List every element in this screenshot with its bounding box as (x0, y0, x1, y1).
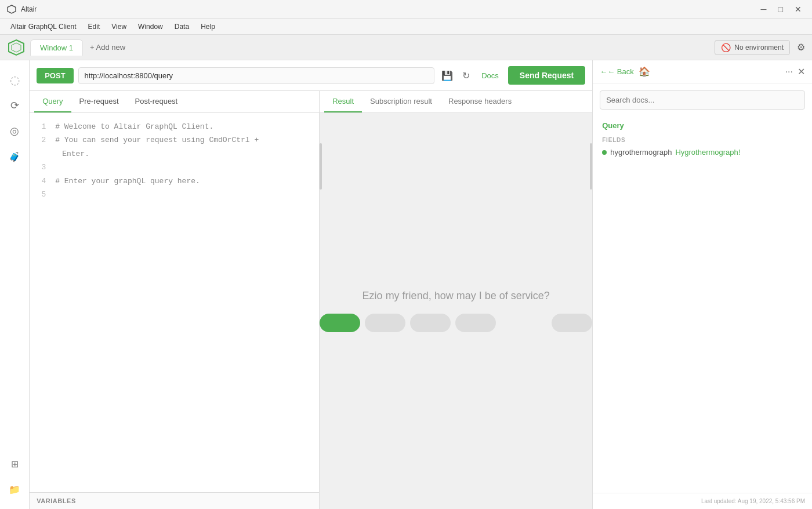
pill-1[interactable] (320, 314, 360, 332)
save-icon: 💾 (441, 71, 453, 81)
code-line-5: 5 (37, 188, 312, 201)
app-title: Altair (21, 5, 37, 13)
menu-edit[interactable]: Edit (82, 20, 106, 33)
code-line-2: 2 # You can send your request using CmdO… (37, 133, 312, 147)
docs-footer: Last updated: Aug 19, 2022, 5:43:56 PM (593, 493, 812, 509)
docs-home-button[interactable]: 🏠 (639, 66, 650, 77)
left-scrollbar (320, 120, 322, 509)
back-icon: ← (600, 67, 607, 76)
field-dot (602, 150, 607, 155)
title-bar: Altair ─ □ ✕ (0, 0, 812, 19)
svg-marker-0 (8, 5, 16, 13)
menu-window[interactable]: Window (132, 20, 169, 33)
menu-altair[interactable]: Altair GraphQL Client (5, 20, 82, 33)
tab-bar: Window 1 + Add new 🚫 No environment ⚙ (0, 35, 812, 60)
variables-bar[interactable]: VARIABLES (30, 492, 319, 509)
sidebar-icon-folder[interactable]: 📁 (4, 479, 25, 500)
settings-button[interactable]: ⚙ (797, 42, 805, 53)
code-line-1: 1 # Welcome to Altair GraphQL Client. (37, 120, 312, 133)
method-button[interactable]: POST (37, 68, 73, 83)
docs-search (600, 90, 805, 110)
pill-2[interactable] (365, 314, 405, 332)
svg-marker-1 (9, 40, 24, 55)
sidebar-icon-repeat[interactable]: ⟳ (4, 95, 25, 116)
result-tabs: Result Subscription result Response head… (320, 91, 592, 113)
code-line-4: 4 # Enter your graphQL query here. (37, 174, 312, 188)
more-icon: ··· (785, 67, 793, 77)
maximize-button[interactable]: □ (775, 3, 786, 15)
tab-post-request[interactable]: Post-request (127, 91, 186, 112)
no-env-icon: 🚫 (721, 43, 731, 52)
left-sidebar: ◌ ⟳ ◎ 🧳 ⊞ 📁 (0, 60, 30, 509)
reload-icon: ↻ (462, 71, 470, 81)
url-bar: POST 💾 ↻ Docs Send Request (30, 60, 592, 91)
field-type[interactable]: Hygrothermograph! (675, 148, 740, 157)
menu-help[interactable]: Help (195, 20, 221, 33)
menu-bar: Altair GraphQL Client Edit View Window D… (0, 19, 812, 35)
reload-button[interactable]: ↻ (460, 68, 472, 83)
docs-query-title[interactable]: Query (602, 121, 803, 130)
no-environment-button[interactable]: 🚫 No environment (715, 40, 790, 55)
tab-pre-request[interactable]: Pre-request (71, 91, 127, 112)
pill-4[interactable] (455, 314, 496, 332)
docs-search-input[interactable] (600, 90, 805, 110)
add-new-button[interactable]: + Add new (85, 39, 130, 55)
docs-panel: ← ← Back 🏠 ··· ✕ Query FIELDS (592, 60, 812, 509)
right-scrollbar[interactable] (590, 120, 592, 509)
docs-back-button[interactable]: ← ← Back (600, 67, 634, 76)
editor-tabs: Query Pre-request Post-request (30, 91, 319, 113)
url-input[interactable] (78, 67, 435, 84)
code-editor[interactable]: 1 # Welcome to Altair GraphQL Client. 2 … (30, 113, 319, 492)
tab-query[interactable]: Query (34, 91, 71, 112)
pill-3[interactable] (410, 314, 451, 332)
content-area: POST 💾 ↻ Docs Send Request Query Pre-req… (30, 60, 592, 509)
action-pills (320, 314, 592, 332)
sidebar-icon-grid[interactable]: ⊞ (4, 453, 25, 474)
window-1-tab[interactable]: Window 1 (30, 39, 83, 56)
field-name: hygrothermograph (610, 148, 672, 157)
docs-header: ← ← Back 🏠 ··· ✕ (593, 60, 812, 83)
close-button[interactable]: ✕ (791, 3, 805, 15)
last-updated: Last updated: Aug 19, 2022, 5:43:56 PM (701, 498, 805, 504)
docs-fields-label: FIELDS (602, 137, 803, 143)
app-icon (7, 5, 16, 14)
docs-field-item: hygrothermograph Hygrothermograph! (602, 148, 803, 157)
close-icon: ✕ (798, 67, 805, 77)
docs-button[interactable]: Docs (477, 69, 503, 82)
result-panel: Result Subscription result Response head… (320, 91, 592, 509)
docs-close-button[interactable]: ✕ (798, 66, 805, 77)
main-layout: ◌ ⟳ ◎ 🧳 ⊞ 📁 POST 💾 (0, 60, 812, 509)
sidebar-icon-badge[interactable]: ◎ (4, 121, 25, 141)
editor-panel: Query Pre-request Post-request 1 # Welco… (30, 91, 320, 509)
app-logo (7, 38, 26, 57)
tab-result[interactable]: Result (324, 91, 362, 112)
result-content: Ezio my friend, how may I be of service? (320, 113, 592, 509)
tab-response-headers[interactable]: Response headers (440, 91, 520, 112)
save-button[interactable]: 💾 (439, 68, 455, 83)
sidebar-icon-briefcase[interactable]: 🧳 (4, 146, 25, 167)
tab-subscription-result[interactable]: Subscription result (362, 91, 440, 112)
editor-result-split: Query Pre-request Post-request 1 # Welco… (30, 91, 592, 509)
docs-more-button[interactable]: ··· (785, 66, 793, 77)
code-line-2b: Enter. (37, 147, 312, 161)
code-line-3: 3 (37, 161, 312, 174)
menu-view[interactable]: View (106, 20, 132, 33)
send-request-button[interactable]: Send Request (508, 66, 585, 85)
docs-content: Query FIELDS hygrothermograph Hygrotherm… (593, 117, 812, 493)
svg-marker-2 (12, 43, 21, 52)
sidebar-icon-spinner[interactable]: ◌ (4, 70, 25, 90)
pill-5[interactable] (552, 314, 592, 332)
menu-data[interactable]: Data (169, 20, 195, 33)
home-icon: 🏠 (639, 67, 650, 77)
minimize-button[interactable]: ─ (757, 3, 770, 15)
welcome-message: Ezio my friend, how may I be of service? (362, 290, 550, 302)
